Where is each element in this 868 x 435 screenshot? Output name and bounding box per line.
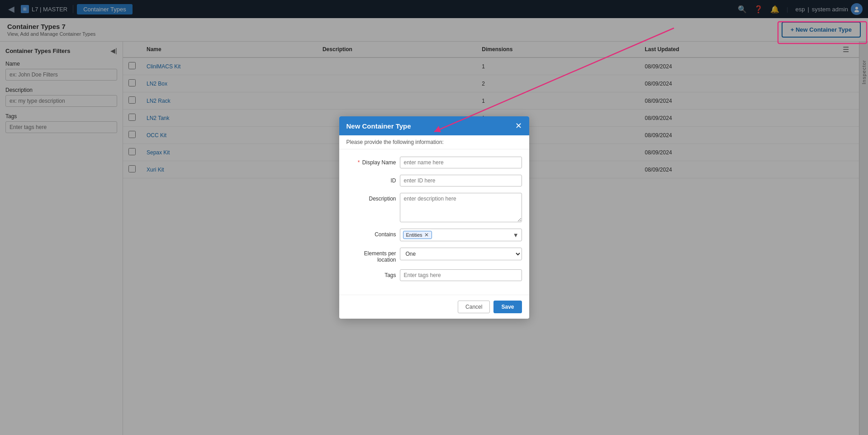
contains-dropdown-button[interactable]: ▼	[513, 232, 519, 239]
cancel-button[interactable]: Cancel	[458, 301, 490, 313]
entities-tag-remove[interactable]: ✕	[424, 232, 429, 238]
modal-header: New Container Type ✕	[339, 116, 529, 135]
tags-input[interactable]	[400, 269, 522, 281]
display-name-input[interactable]	[400, 157, 522, 168]
new-container-type-modal: New Container Type ✕ Please provide the …	[339, 116, 529, 319]
modal-close-button[interactable]: ✕	[515, 122, 522, 130]
id-row: ID	[346, 175, 522, 186]
elements-per-location-select[interactable]: One Two Three Many	[400, 248, 522, 260]
id-label: ID	[346, 175, 396, 184]
display-name-label: * Display Name	[346, 157, 396, 166]
contains-field[interactable]: Entities ✕ ▼	[400, 229, 522, 241]
modal-body: * Display Name ID Description Contains E…	[339, 149, 529, 295]
contains-label: Contains	[346, 229, 396, 238]
elements-per-location-row: Elements per location One Two Three Many	[346, 248, 522, 263]
contains-row: Contains Entities ✕ ▼	[346, 229, 522, 241]
entities-tag: Entities ✕	[403, 231, 432, 239]
save-button[interactable]: Save	[493, 301, 522, 313]
elements-per-location-label: Elements per location	[346, 248, 396, 263]
modal-title: New Container Type	[346, 122, 411, 130]
description-row: Description	[346, 193, 522, 222]
id-input[interactable]	[400, 175, 522, 186]
tags-label: Tags	[346, 269, 396, 278]
modal-footer: Cancel Save	[339, 295, 529, 319]
tags-row: Tags	[346, 269, 522, 281]
entities-tag-label: Entities	[406, 232, 422, 238]
display-name-row: * Display Name	[346, 157, 522, 168]
modal-overlay: New Container Type ✕ Please provide the …	[0, 0, 868, 435]
modal-subheader: Please provide the following information…	[339, 135, 529, 149]
description-label: Description	[346, 193, 396, 202]
description-textarea[interactable]	[400, 193, 522, 222]
